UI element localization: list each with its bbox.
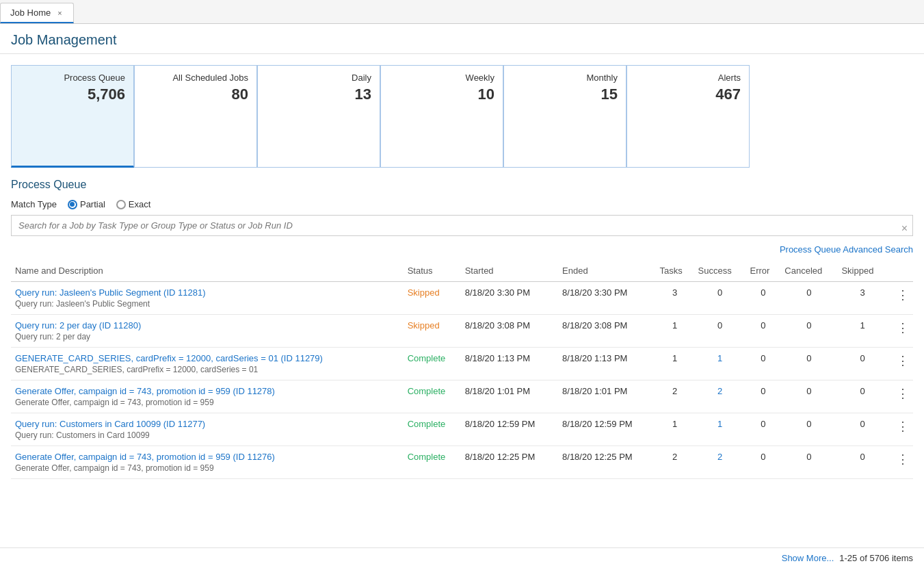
job-description: Query run: 2 per day: [15, 332, 399, 341]
card-process-queue[interactable]: Process Queue5,706: [11, 65, 134, 168]
search-bar-container: ×: [0, 215, 924, 242]
cell-tasks: 2: [655, 380, 694, 413]
cell-ended: 8/18/20 12:25 PM: [558, 446, 655, 479]
cell-actions[interactable]: ⋮: [888, 446, 913, 479]
job-name-link[interactable]: Generate Offer, campaign id = 743, promo…: [15, 452, 399, 462]
cell-skipped: 0: [837, 446, 887, 479]
cell-skipped: 3: [837, 282, 887, 315]
cell-name: Generate Offer, campaign id = 743, promo…: [11, 446, 404, 479]
col-header-status: Status: [404, 260, 461, 282]
cell-tasks: 2: [655, 446, 694, 479]
card-value: 5,706: [20, 86, 125, 103]
cell-actions[interactable]: ⋮: [888, 413, 913, 446]
cell-started: 8/18/20 3:30 PM: [461, 282, 558, 315]
cell-success: 2: [694, 446, 746, 479]
card-value: 467: [635, 86, 741, 103]
col-header-name-and-description: Name and Description: [11, 260, 404, 282]
show-more-link[interactable]: Show More...: [782, 553, 834, 563]
tab-job-home[interactable]: Job Home ×: [0, 3, 74, 23]
advanced-search-link[interactable]: Process Queue Advanced Search: [780, 244, 913, 255]
cell-name: GENERATE_CARD_SERIES, cardPrefix = 12000…: [11, 348, 404, 380]
radio-partial-label: Partial: [80, 199, 105, 209]
cell-status: Complete: [404, 413, 461, 446]
card-value: 10: [389, 86, 494, 103]
table-wrapper[interactable]: Name and DescriptionStatusStartedEndedTa…: [11, 260, 913, 493]
cell-started: 8/18/20 1:13 PM: [461, 348, 558, 380]
col-header-success: Success: [694, 260, 746, 282]
card-value: 15: [512, 86, 618, 103]
cell-error: 0: [746, 315, 781, 348]
cell-canceled: 0: [780, 348, 837, 380]
card-daily[interactable]: Daily13: [257, 65, 380, 168]
col-header-actions: [888, 260, 913, 282]
cell-name: Generate Offer, campaign id = 743, promo…: [11, 380, 404, 413]
tab-bar: Job Home ×: [0, 0, 924, 24]
cell-canceled: 0: [780, 380, 837, 413]
job-description: GENERATE_CARD_SERIES, cardPrefix = 12000…: [15, 365, 399, 374]
card-all-scheduled-jobs[interactable]: All Scheduled Jobs80: [134, 65, 257, 168]
job-name-link[interactable]: Generate Offer, campaign id = 743, promo…: [15, 386, 399, 396]
footer: Show More... 1-25 of 5706 items: [0, 547, 924, 568]
card-weekly[interactable]: Weekly10: [380, 65, 503, 168]
cell-canceled: 0: [780, 282, 837, 315]
table-body: Query run: Jasleen's Public Segment (ID …: [11, 282, 913, 479]
cell-status: Complete: [404, 348, 461, 380]
job-name-link[interactable]: GENERATE_CARD_SERIES, cardPrefix = 12000…: [15, 353, 399, 363]
cell-actions[interactable]: ⋮: [888, 380, 913, 413]
table-row: Query run: 2 per day (ID 11280)Query run…: [11, 315, 913, 348]
cell-skipped: 0: [837, 380, 887, 413]
cell-success: 1: [694, 413, 746, 446]
job-name-link[interactable]: Query run: 2 per day (ID 11280): [15, 320, 399, 331]
table-row: Generate Offer, campaign id = 743, promo…: [11, 446, 913, 479]
cell-error: 0: [746, 348, 781, 380]
radio-partial[interactable]: Partial: [68, 199, 105, 209]
cell-success: 0: [694, 282, 746, 315]
card-alerts[interactable]: Alerts467: [626, 65, 750, 168]
job-name-link[interactable]: Query run: Jasleen's Public Segment (ID …: [15, 287, 399, 298]
radio-exact-dot[interactable]: [116, 200, 126, 209]
cell-tasks: 1: [655, 413, 694, 446]
cell-skipped: 1: [837, 315, 887, 348]
cell-tasks: 1: [655, 315, 694, 348]
radio-exact[interactable]: Exact: [116, 199, 151, 209]
pagination-info: 1-25 of 5706 items: [839, 553, 913, 563]
cell-status: Skipped: [404, 315, 461, 348]
match-type-row: Match Type Partial Exact: [0, 196, 924, 215]
cell-status: Skipped: [404, 282, 461, 315]
cell-actions[interactable]: ⋮: [888, 282, 913, 315]
cell-success: 1: [694, 348, 746, 380]
cell-error: 0: [746, 446, 781, 479]
job-description: Query run: Jasleen's Public Segment: [15, 299, 399, 309]
card-value: 13: [266, 86, 371, 103]
tab-close-icon[interactable]: ×: [56, 9, 63, 17]
cell-status: Complete: [404, 446, 461, 479]
job-description: Generate Offer, campaign id = 743, promo…: [15, 398, 399, 407]
search-input[interactable]: [11, 215, 913, 236]
cell-actions[interactable]: ⋮: [888, 315, 913, 348]
process-queue-section-title: Process Queue: [0, 168, 924, 196]
cell-name: Query run: Customers in Card 10099 (ID 1…: [11, 413, 404, 446]
job-description: Generate Offer, campaign id = 743, promo…: [15, 463, 399, 473]
job-name-link[interactable]: Query run: Customers in Card 10099 (ID 1…: [15, 419, 399, 429]
cell-canceled: 0: [780, 315, 837, 348]
card-monthly[interactable]: Monthly15: [503, 65, 626, 168]
table-row: GENERATE_CARD_SERIES, cardPrefix = 12000…: [11, 348, 913, 380]
cell-error: 0: [746, 413, 781, 446]
card-label: Daily: [266, 73, 371, 83]
page-title: Job Management: [0, 24, 924, 54]
card-value: 80: [143, 86, 248, 103]
card-label: Process Queue: [20, 73, 125, 83]
jobs-table: Name and DescriptionStatusStartedEndedTa…: [11, 260, 913, 479]
cell-status: Complete: [404, 380, 461, 413]
cell-actions[interactable]: ⋮: [888, 348, 913, 380]
radio-exact-label: Exact: [129, 199, 151, 209]
cards-container: Process Queue5,706All Scheduled Jobs80Da…: [0, 54, 924, 168]
cell-name: Query run: 2 per day (ID 11280)Query run…: [11, 315, 404, 348]
cell-started: 8/18/20 3:08 PM: [461, 315, 558, 348]
radio-partial-dot[interactable]: [68, 200, 77, 209]
search-clear-icon[interactable]: ×: [901, 222, 908, 235]
cell-started: 8/18/20 12:25 PM: [461, 446, 558, 479]
cell-error: 0: [746, 282, 781, 315]
job-description: Query run: Customers in Card 10099: [15, 430, 399, 440]
radio-group: Partial Exact: [68, 199, 150, 209]
